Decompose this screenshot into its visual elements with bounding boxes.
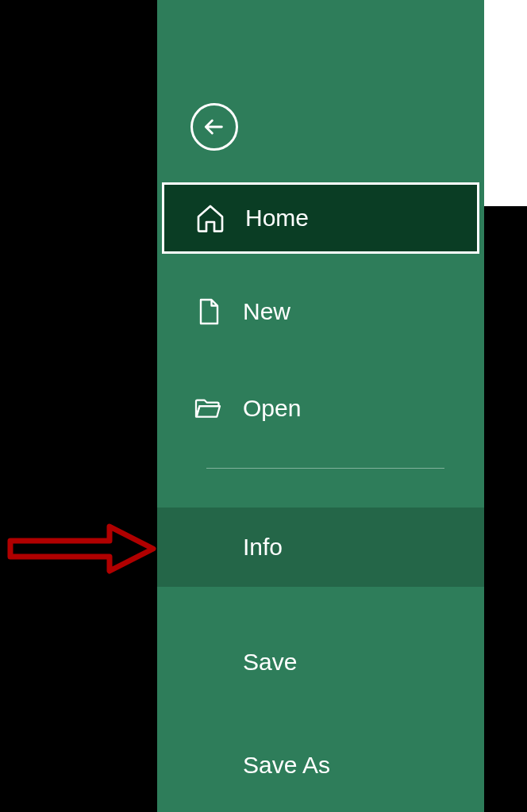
annotation-arrow-icon [6,519,157,578]
open-folder-icon [190,391,225,426]
menu-item-home[interactable]: Home [162,182,479,254]
menu-item-label: Save As [243,752,330,779]
file-menu-sidebar: Home New Open Info Save Save As [157,0,484,812]
menu-item-label: New [243,298,290,325]
left-background [0,0,157,812]
home-icon [193,201,228,236]
menu-item-open[interactable]: Open [157,373,484,444]
menu-item-info[interactable]: Info [157,508,484,587]
menu-item-label: Save [243,649,297,676]
menu-item-saveas[interactable]: Save As [157,730,484,801]
new-file-icon [190,294,225,329]
white-background [484,0,527,206]
menu-item-new[interactable]: New [157,276,484,347]
back-arrow-icon [202,114,227,140]
back-button[interactable] [190,103,238,151]
menu-divider [206,468,444,469]
menu-item-label: Open [243,395,301,422]
menu-item-label: Home [245,205,309,232]
menu-item-label: Info [243,534,283,561]
menu-item-save[interactable]: Save [157,626,484,698]
